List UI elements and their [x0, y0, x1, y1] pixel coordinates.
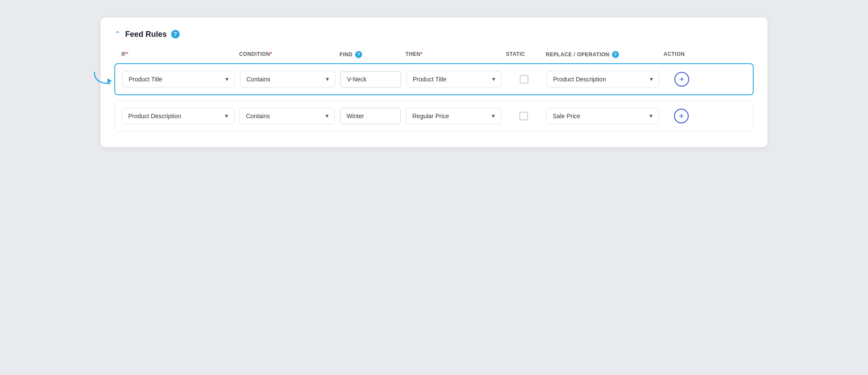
find-help-icon[interactable]: ? — [355, 51, 362, 58]
add-rule-btn-2[interactable]: + — [674, 109, 689, 123]
table-header: IF* CONDITION* FIND ? THEN* STATIC REPLA… — [114, 51, 754, 58]
th-then: THEN* — [405, 51, 501, 58]
then-select-2[interactable]: Regular Price Product Title Product Desc… — [406, 108, 501, 124]
condition-select-1[interactable]: Contains Does not contain Equals — [240, 71, 335, 87]
th-replace: REPLACE / OPERATION ? — [546, 51, 658, 58]
rule-row-wrapper-2: Product Description Product Title Regula… — [114, 100, 754, 132]
replace-select-wrapper-1: Product Description Product Title Sale P… — [547, 71, 659, 87]
then-select-wrapper-1: Product Title Product Description Regula… — [406, 71, 502, 87]
if-select-2[interactable]: Product Description Product Title Regula… — [122, 108, 234, 124]
rule-row-wrapper-1: Product Title Product Description Regula… — [114, 63, 754, 95]
th-action: ACTION — [664, 51, 698, 58]
card-title: Feed Rules — [125, 30, 167, 39]
replace-select-2[interactable]: Sale Price Product Title Product Descrip… — [546, 108, 659, 124]
condition-select-wrapper-1: Contains Does not contain Equals ▼ — [240, 71, 335, 87]
svg-marker-0 — [107, 78, 112, 84]
rules-container: Product Title Product Description Regula… — [114, 63, 754, 132]
replace-select-1[interactable]: Product Description Product Title Sale P… — [547, 71, 659, 87]
condition-select-wrapper-2: Contains Does not contain Equals ▼ — [240, 108, 335, 124]
card-header: ⌃ Feed Rules ? — [114, 29, 754, 39]
static-checkbox-wrapper-2 — [506, 112, 541, 120]
th-find: FIND ? — [340, 51, 400, 58]
rule-row-1: Product Title Product Description Regula… — [114, 63, 754, 95]
collapse-icon[interactable]: ⌃ — [114, 29, 121, 39]
if-select-1[interactable]: Product Title Product Description Regula… — [122, 71, 235, 87]
static-checkbox-2[interactable] — [519, 112, 528, 120]
if-select-wrapper-2: Product Description Product Title Regula… — [122, 108, 234, 124]
th-condition: CONDITION* — [239, 51, 334, 58]
static-checkbox-1[interactable] — [520, 75, 528, 84]
feed-rules-card: ⌃ Feed Rules ? IF* CONDITION* FIND ? THE… — [100, 17, 768, 147]
static-checkbox-wrapper-1 — [507, 75, 541, 84]
condition-select-2[interactable]: Contains Does not contain Equals — [240, 108, 335, 124]
add-rule-btn-1[interactable]: + — [674, 72, 689, 87]
th-if: IF* — [121, 51, 234, 58]
th-static: STATIC — [506, 51, 541, 58]
then-select-1[interactable]: Product Title Product Description Regula… — [406, 71, 502, 87]
title-help-icon[interactable]: ? — [171, 30, 180, 39]
if-select-wrapper-1: Product Title Product Description Regula… — [122, 71, 235, 87]
find-input-1[interactable] — [340, 71, 401, 87]
find-input-2[interactable] — [340, 108, 401, 124]
rule-row-2: Product Description Product Title Regula… — [114, 100, 754, 132]
then-select-wrapper-2: Regular Price Product Title Product Desc… — [406, 108, 501, 124]
replace-help-icon[interactable]: ? — [612, 51, 619, 58]
arrow-indicator — [94, 71, 113, 87]
replace-select-wrapper-2: Sale Price Product Title Product Descrip… — [546, 108, 659, 124]
